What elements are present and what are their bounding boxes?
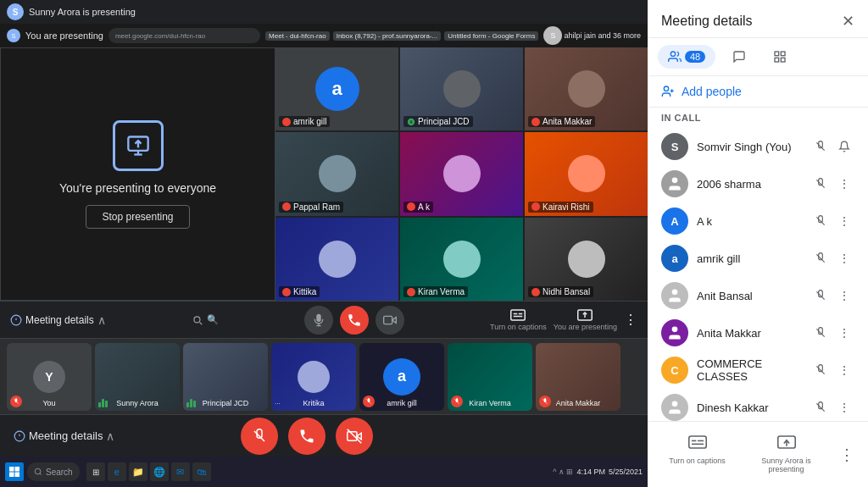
amrik-panel-more-button[interactable]: ⋮	[834, 248, 854, 268]
video-cell-kittika: Kittika	[275, 218, 398, 301]
bottom-mic-button[interactable]	[241, 418, 278, 455]
right-panel: Meeting details ✕ 48 Add people IN CALL	[648, 0, 868, 487]
anitb-more-button[interactable]: ⋮	[834, 285, 854, 306]
dinesh-mic-icon	[815, 401, 826, 413]
svg-rect-8	[384, 316, 392, 324]
stop-presenting-button[interactable]: Stop presenting	[86, 205, 189, 229]
edge-icon[interactable]: e	[108, 462, 126, 481]
windows-icon[interactable]	[5, 462, 24, 481]
meeting-details-button[interactable]: Meeting details ∧	[10, 313, 106, 327]
captions-footer-icon	[688, 435, 707, 453]
anitb-mic-button[interactable]	[810, 285, 831, 306]
participant-item-anitb: Anit Bansal ⋮	[648, 277, 868, 314]
somvir-mic-button[interactable]	[810, 136, 831, 157]
anita-name-tag: Anita Makkar	[528, 116, 595, 127]
bottom-camera-button[interactable]	[336, 418, 373, 455]
tab-people[interactable]: 48	[658, 45, 715, 69]
participant-strip: Y You Sunny Arora	[0, 338, 648, 414]
mic-button[interactable]	[304, 306, 333, 335]
participant-thumb-principal: Principal JCD	[183, 343, 268, 411]
bottom-meeting-details-button[interactable]: Meeting details ∧	[14, 429, 114, 443]
somvir-bell-icon	[838, 141, 850, 152]
kiran-name-tag: Kiran Verma	[403, 286, 468, 297]
bottom-main-controls: Meeting details ∧	[0, 414, 648, 457]
you-presenting-label: You are presenting	[25, 30, 103, 41]
sharma-name: 2006 sharma	[697, 178, 802, 191]
anitb-icons: ⋮	[810, 285, 854, 306]
amrik-strip-name: amrik gill	[359, 399, 444, 407]
captions-button[interactable]: Turn on captions	[490, 309, 547, 331]
taskbar-search-box[interactable]: Search	[27, 462, 80, 481]
search-bar-ctrl[interactable]: 🔍	[192, 314, 219, 326]
dinesh-name: Dinesh Kakkar	[697, 401, 802, 414]
add-people-button[interactable]: Add people	[648, 76, 868, 108]
bottom-hangup-button[interactable]	[288, 418, 326, 455]
address-bar[interactable]: meet.google.com/dui-hfcn-rao	[108, 28, 260, 43]
main-video-area: S Sunny Arora is presenting S You are pr…	[0, 0, 648, 487]
captions-footer-label: Turn on captions	[669, 457, 726, 465]
attendee-count: S ahilpi jain and 36 more	[543, 26, 641, 45]
anita-strip-name: Anita Makkar	[536, 399, 620, 407]
footer-more-button[interactable]: ⋮	[832, 430, 861, 479]
commerce-more-button[interactable]: ⋮	[834, 360, 854, 380]
attendee-avatar: S	[543, 26, 562, 45]
present-icon	[113, 120, 164, 171]
you-name: You	[7, 399, 92, 407]
amrik-panel-mic-button[interactable]	[810, 248, 831, 268]
tab-activities[interactable]	[763, 45, 797, 69]
svg-point-30	[35, 468, 41, 474]
chevron-up-icon: ∧	[97, 313, 106, 327]
bottom-chevron-up: ∧	[106, 429, 114, 443]
ak-more-button[interactable]: ⋮	[834, 211, 854, 231]
camera-button[interactable]	[376, 306, 404, 335]
presenting-label: You're presenting to everyone	[59, 181, 216, 195]
amrik-strip-avatar: a	[383, 358, 420, 396]
email-icon[interactable]: ✉	[171, 462, 190, 481]
camera-icon	[383, 313, 397, 327]
tab-chat[interactable]	[722, 45, 756, 69]
presenting-label: You are presenting	[554, 323, 617, 331]
principal-name-tag: Principal JCD	[403, 116, 473, 127]
chrome-icon[interactable]: 🌐	[150, 462, 169, 481]
panel-header: Meeting details ✕	[648, 0, 868, 38]
principal-name: Principal JCD	[183, 399, 268, 407]
somvir-mic-icon	[815, 141, 826, 152]
pappal-name-tag: Pappal Ram	[279, 202, 343, 213]
footer-captions-button[interactable]: Turn on captions	[654, 430, 740, 479]
header-avatar: S	[7, 3, 24, 20]
dinesh-avatar-icon	[666, 399, 683, 416]
svg-line-31	[40, 473, 42, 475]
anitam-more-button[interactable]: ⋮	[834, 323, 854, 343]
task-view-icon[interactable]: ⊞	[86, 462, 105, 481]
footer-presenting-button[interactable]: Sunny Arora is presenting	[743, 430, 829, 479]
sharma-more-button[interactable]: ⋮	[834, 174, 854, 194]
hangup-button[interactable]	[340, 306, 369, 335]
ak-mic-button[interactable]	[810, 211, 831, 231]
commerce-mic-button[interactable]	[810, 360, 831, 380]
ak-name-tag: A k	[403, 202, 433, 213]
participant-item-commerce: C COMMERCE CLASSES ⋮	[648, 351, 868, 389]
taskbar-date: 5/25/2021	[609, 468, 643, 476]
amrik-avatar: a	[315, 67, 359, 111]
browser-tab-inbox[interactable]: Inbox (8,792) - prof.sunnyarora-...	[333, 31, 442, 41]
somvir-bell-button[interactable]	[834, 136, 854, 157]
svg-point-32	[670, 52, 675, 56]
participant-thumb-you: Y You	[7, 343, 92, 411]
presenting-indicator[interactable]: You are presenting	[554, 309, 617, 331]
kritika-name: Kritika	[271, 399, 356, 407]
more-options-button[interactable]: ⋮	[624, 312, 637, 328]
dinesh-mic-button[interactable]	[810, 397, 831, 418]
ak-mic-icon	[407, 202, 415, 211]
presenting-footer-label: Sunny Arora is presenting	[747, 457, 826, 473]
sharma-mic-button[interactable]	[810, 174, 831, 194]
file-explorer-icon[interactable]: 📁	[129, 462, 147, 481]
anitam-mic-button[interactable]	[810, 323, 831, 343]
browser-tab-meet[interactable]: Meet - dui-hfcn-rao	[265, 31, 330, 41]
add-people-icon	[661, 85, 675, 98]
video-cell-kiran: Kiran Verma	[400, 218, 523, 301]
browser-tab-forms[interactable]: Untitled form - Google Forms	[444, 31, 538, 41]
dinesh-more-button[interactable]: ⋮	[834, 397, 854, 418]
sharma-avatar-icon	[666, 175, 683, 192]
panel-close-button[interactable]: ✕	[842, 12, 854, 30]
store-icon[interactable]: 🛍	[192, 462, 211, 481]
